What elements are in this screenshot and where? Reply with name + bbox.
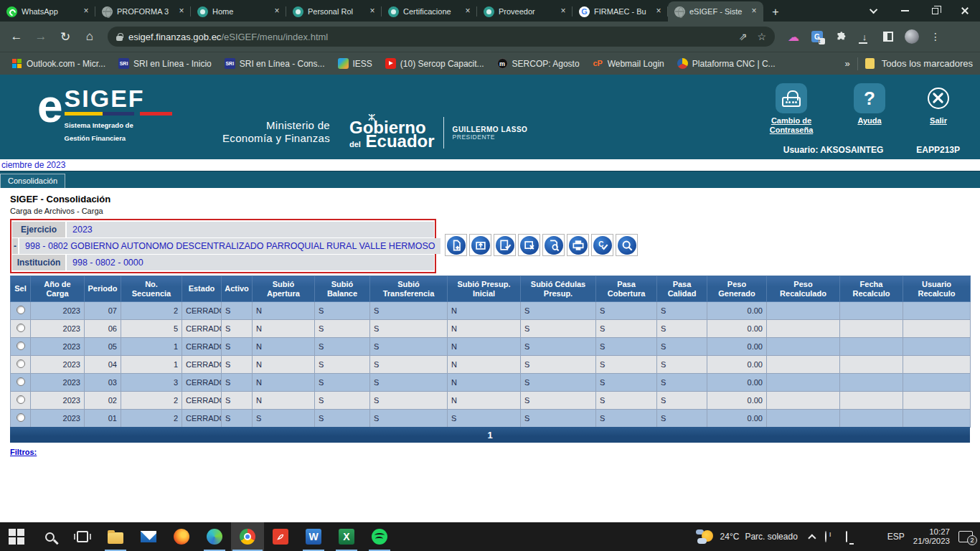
table-row[interactable]: 2023012CERRADOSSSSSSSS0.00 [11, 410, 971, 428]
tab-home[interactable]: Home× [191, 1, 286, 22]
tab-proforma-3[interactable]: PROFORMA 3× [95, 1, 191, 22]
save-upload-button[interactable] [469, 234, 491, 256]
menu-kebab-icon[interactable]: ⋮ [928, 29, 943, 44]
downloads-icon[interactable]: ↓ [857, 29, 872, 44]
table-row[interactable]: 2023051CERRADOSNSSNSSS0.00 [11, 338, 971, 356]
tab-close-icon[interactable]: × [367, 6, 377, 17]
taskbar-acrobat-button[interactable] [264, 522, 297, 551]
tab-close-icon[interactable]: × [749, 6, 759, 17]
taskbar-file-explorer-button[interactable] [99, 522, 132, 551]
cell: S [521, 320, 596, 338]
new-tab-button[interactable]: + [766, 3, 785, 22]
bookmark-plataforma-cnc-c[interactable]: Plataforma CNC | C... [672, 56, 781, 71]
tab-esigef-siste[interactable]: eSIGEF - Siste× [668, 1, 763, 22]
table-row[interactable]: 2023065CERRADOSNSSNSSS0.00 [11, 320, 971, 338]
row-select-radio[interactable] [17, 324, 25, 332]
taskbar-search-button[interactable] [33, 522, 66, 551]
maximize-button[interactable] [920, 0, 950, 22]
bookmark-sri-en-l-nea-inicio[interactable]: SRISRI en Línea - Inicio [113, 56, 217, 71]
weather-icon [696, 529, 715, 545]
bookmark-outlook-com-micr[interactable]: Outlook.com - Micr... [7, 57, 110, 71]
table-row[interactable]: 2023072CERRADOSNSSNSSS0.00 [11, 302, 971, 320]
row-select-radio[interactable] [17, 342, 25, 350]
extension-pink-icon[interactable]: ☁ [786, 29, 801, 44]
row-select-radio[interactable] [17, 306, 25, 314]
taskbar-start-button[interactable] [0, 522, 33, 551]
row-select-radio[interactable] [17, 395, 25, 404]
bookmarks-overflow-chevron[interactable]: » [845, 58, 850, 69]
home-button[interactable]: ⌂ [79, 26, 100, 47]
tab-close-icon[interactable]: × [558, 6, 568, 17]
tab-whatsapp[interactable]: WhatsApp× [0, 1, 95, 22]
cell: 0.00 [707, 356, 767, 374]
language-indicator[interactable]: ESP [887, 532, 905, 542]
cell: N [253, 356, 315, 374]
taskbar-mail-button[interactable] [132, 522, 165, 551]
tray-expand-chevron[interactable] [808, 534, 816, 542]
weather-widget[interactable]: 24°C Parc. soleado [692, 529, 802, 545]
menu-tab-consolidacion[interactable]: Consolidación [0, 174, 65, 188]
forward-button[interactable]: → [30, 26, 52, 47]
taskbar-edge-button[interactable] [198, 522, 231, 551]
taskbar-firefox-button[interactable] [165, 522, 198, 551]
taskbar-word-button[interactable]: W [297, 522, 330, 551]
notification-center-icon[interactable]: 2 [958, 531, 973, 542]
tab-close-icon[interactable]: × [81, 6, 91, 17]
all-bookmarks-label[interactable]: Todos los marcadores [882, 58, 973, 69]
table-row[interactable]: 2023033CERRADOSNSSNSSS0.00 [11, 374, 971, 392]
new-document-button[interactable] [445, 234, 467, 256]
filters-link[interactable]: Filtros: [10, 448, 37, 456]
tab-certificacione[interactable]: Certificacione× [382, 1, 477, 22]
taskbar-excel-button[interactable]: X [330, 522, 363, 551]
bookmark-iess[interactable]: IESS [333, 56, 377, 71]
tab-close-icon[interactable]: × [654, 6, 664, 17]
row-select-radio[interactable] [17, 377, 25, 386]
change-password-button[interactable]: Cambio deContraseña [760, 83, 822, 135]
tab-close-icon[interactable]: × [463, 6, 473, 17]
bookmark-10-sercop-capacit[interactable]: (10) Sercop Capacit... [380, 56, 489, 71]
validate-checklist-button[interactable] [494, 234, 516, 256]
print-button[interactable] [567, 234, 589, 256]
table-row[interactable]: 2023022CERRADOSNSSNSSS0.00 [11, 392, 971, 410]
minimize-button[interactable] [890, 0, 920, 22]
pagination-bar[interactable]: 1 [10, 427, 970, 443]
row-select-radio[interactable] [17, 413, 25, 422]
bookmark-star-icon[interactable]: ☆ [757, 31, 766, 42]
address-bar[interactable]: esigef.finanzas.gob.ec/eSIGEF/menu/index… [108, 27, 775, 47]
share-icon[interactable]: ⇗ [739, 31, 748, 42]
translate-icon[interactable]: G [810, 29, 824, 44]
cell: S [370, 302, 448, 320]
teams-tray-icon[interactable] [825, 532, 837, 542]
side-panel-icon[interactable] [881, 29, 895, 44]
close-button[interactable] [950, 0, 980, 22]
tab-search-chevron-icon[interactable] [859, 0, 890, 22]
help-button[interactable]: ? Ayuda [848, 83, 891, 135]
taskbar-task-view-button[interactable] [66, 522, 99, 551]
row-select-radio[interactable] [17, 359, 25, 368]
table-row[interactable]: 2023041CERRADOSNSSNSSS0.00 [11, 356, 971, 374]
tab-close-icon[interactable]: × [176, 6, 187, 17]
cell: 04 [85, 356, 121, 374]
bookmark-sercop-agosto[interactable]: mSERCOP: Agosto [492, 56, 585, 71]
taskbar-spotify-button[interactable] [363, 522, 396, 551]
bookmark-sri-en-l-nea-cons[interactable]: SRISRI en Línea - Cons... [220, 56, 330, 71]
tab-personal-rol[interactable]: Personal Rol× [286, 1, 382, 22]
clock[interactable]: 10:27 21/9/2023 [913, 527, 950, 546]
tab-close-icon[interactable]: × [272, 6, 282, 17]
extensions-puzzle-icon[interactable] [834, 29, 848, 44]
volume-icon[interactable] [867, 532, 879, 542]
exit-button[interactable]: Salir [917, 83, 960, 135]
profile-avatar[interactable] [905, 29, 919, 44]
column-header-peso-recalculado: Peso Recalculado [767, 276, 840, 302]
preview-document-button[interactable] [542, 234, 565, 256]
network-icon[interactable] [846, 532, 858, 542]
tab-firmaec-bu[interactable]: GFIRMAEC - Bu× [573, 1, 668, 22]
reload-button[interactable]: ↻ [55, 26, 76, 47]
search-recalculate-button[interactable] [616, 234, 638, 256]
delete-record-button[interactable] [518, 234, 540, 256]
back-button[interactable]: ← [6, 26, 27, 47]
bookmark-webmail-login[interactable]: cPWebmail Login [588, 56, 669, 71]
taskbar-chrome-button[interactable] [231, 522, 264, 551]
tab-proveedor[interactable]: Proveedor× [477, 1, 573, 22]
consolidate-check-button[interactable]: C [591, 234, 613, 256]
